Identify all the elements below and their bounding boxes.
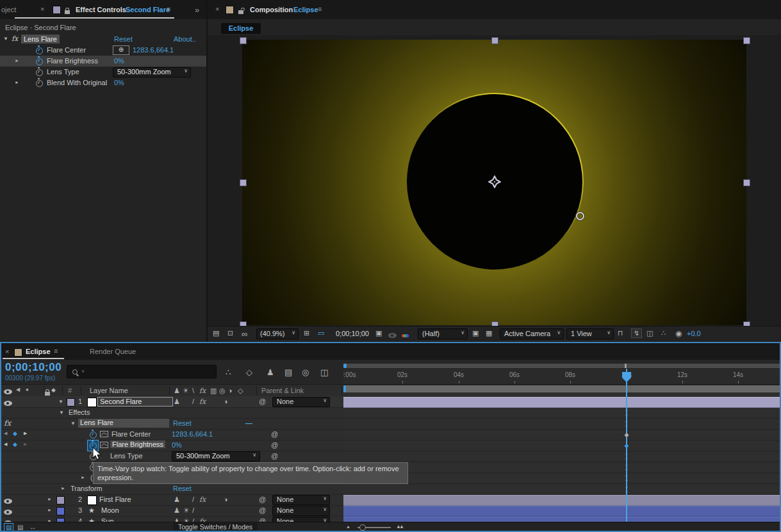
timeline-zoom-knob[interactable] <box>359 524 366 531</box>
effect-header-row[interactable]: ▼ fx Lens Flare Reset About.. <box>0 34 206 45</box>
quality-switch[interactable]: / <box>192 496 194 503</box>
unlock-icon[interactable] <box>238 10 243 14</box>
comp-timecode[interactable]: 0;00;10;00 <box>336 330 369 337</box>
pickwhip-icon[interactable]: @ <box>271 430 278 438</box>
stopwatch-icon[interactable] <box>36 69 43 76</box>
magnification-dropdown[interactable]: (40.9%) ∨ <box>256 328 299 339</box>
property-name[interactable]: Lens Type <box>110 452 143 460</box>
expand-triangle-icon[interactable]: ► <box>47 497 52 501</box>
timeline-track-area[interactable]: 0:00s 02s 04s 06s 08s 10s 12s 14s <box>343 364 781 522</box>
effect-name[interactable]: Lens Flare <box>21 35 60 44</box>
work-area-bar[interactable] <box>343 385 781 392</box>
stopwatch-icon[interactable] <box>36 80 43 87</box>
pickwhip-icon[interactable]: @ <box>259 496 266 503</box>
expand-triangle-icon[interactable]: ► <box>47 508 52 512</box>
lens-flare-effect-row[interactable]: fx ▼ Lens Flare Reset — <box>0 418 343 429</box>
composition-frame[interactable] <box>242 40 746 325</box>
effect-point-button[interactable]: ⊕ <box>113 45 129 55</box>
channel-icon[interactable] <box>402 331 407 339</box>
viewer-tab[interactable]: Eclipse <box>221 23 261 34</box>
anchor-point-icon[interactable] <box>488 175 501 188</box>
keyframe-flare-brightness[interactable]: ◆ <box>625 442 629 449</box>
layer-row-first-flare[interactable]: ► 2 First Flare ♟ / fx ◑ @ None ∨ <box>0 494 343 505</box>
effect-name[interactable]: Lens Flare <box>78 419 169 428</box>
layer-row-moon[interactable]: ► 3 ★ Moon ♟ ☀ / @ None ∨ <box>0 505 343 516</box>
about-link[interactable]: About.. <box>174 35 196 43</box>
panel-menu-icon[interactable]: ≡ <box>318 5 322 13</box>
expression-dash[interactable]: — <box>245 419 252 427</box>
zoom-in-mountain-icon[interactable]: ▲▲ <box>396 524 402 529</box>
layer-row-sun[interactable]: ► 4 ★ Sun ♟ ☀ / fx @ None ∨ <box>0 516 343 522</box>
property-value[interactable]: 0% <box>114 79 124 86</box>
property-label[interactable]: Flare Brightness <box>47 57 98 65</box>
panel-menu-icon[interactable]: ≡ <box>167 5 170 13</box>
snapshot-camera-icon[interactable]: ▣ <box>375 329 382 337</box>
layer-bar-first-flare[interactable] <box>343 495 781 506</box>
flare-brightness-prop-row[interactable]: ◀ ◆ ▶ Flare Brightness 0% @ <box>0 440 343 451</box>
parent-dropdown[interactable]: None ∨ <box>272 517 330 522</box>
fx-switch[interactable]: fx <box>199 517 206 522</box>
region-of-interest-icon[interactable]: ▭ <box>318 329 324 337</box>
lens-type-dropdown[interactable]: 50-300mm Zoom ∨ <box>113 67 191 77</box>
layer-bar-second-flare[interactable] <box>343 397 781 408</box>
scrollbar-cap[interactable] <box>343 364 347 368</box>
expand-triangle-icon[interactable]: ▼ <box>58 399 63 405</box>
target-region-icon[interactable]: ▣ <box>472 329 479 337</box>
show-snapshot-icon[interactable] <box>388 333 397 338</box>
collapse-triangle-icon[interactable]: ▼ <box>70 421 76 426</box>
tab-menu-icon[interactable]: ≡ <box>54 347 58 355</box>
pickwhip-icon[interactable]: @ <box>271 452 278 460</box>
next-keyframe-icon[interactable]: ▶ <box>24 431 27 436</box>
reset-link[interactable]: Reset <box>114 35 133 43</box>
quality-switch[interactable]: / <box>192 506 194 514</box>
shy-switch[interactable]: ♟ <box>174 398 180 406</box>
search-input[interactable]: ∨ <box>67 365 217 378</box>
expand-triangle-icon[interactable]: ► <box>15 80 19 85</box>
property-label[interactable]: Lens Type <box>47 68 79 76</box>
layer-name[interactable]: Sun <box>101 517 114 522</box>
panel-overflow-icon[interactable]: » <box>195 5 199 15</box>
transform-label[interactable]: Transform <box>70 485 103 492</box>
transparency-grid-icon[interactable]: ▦ <box>486 329 492 337</box>
flowchart-icon[interactable]: ∴ <box>661 329 666 337</box>
solid-swatch[interactable] <box>87 496 97 505</box>
expand-render-time-icon[interactable]: ▤ <box>17 524 23 531</box>
shy-switch[interactable]: ♟ <box>174 496 180 504</box>
pixel-aspect-icon[interactable]: ⊓ <box>618 329 623 337</box>
pickwhip-icon[interactable]: @ <box>271 441 278 449</box>
view-layout-dropdown[interactable]: 1 View ∨ <box>566 328 614 339</box>
collapse-switch[interactable]: ☀ <box>183 506 190 515</box>
layer-handle[interactable] <box>743 37 750 44</box>
fast-previews-icon[interactable]: ↯ <box>631 328 642 338</box>
next-keyframe-icon[interactable]: ▶ <box>24 442 27 447</box>
property-value[interactable]: 0% <box>114 57 124 65</box>
layer-handle[interactable] <box>743 321 750 326</box>
lens-type-dropdown[interactable]: 50-300mm Zoom ∨ <box>172 451 260 462</box>
effects-group-row[interactable]: ▼ Effects <box>0 407 343 418</box>
tab-render-queue[interactable]: Render Queue <box>90 348 136 355</box>
expand-triangle-icon[interactable]: ► <box>81 475 85 480</box>
reset-link[interactable]: Reset <box>173 485 192 492</box>
close-icon[interactable]: × <box>215 5 219 13</box>
pickwhip-icon[interactable]: @ <box>259 506 266 514</box>
layer-label-chip[interactable] <box>56 507 65 515</box>
property-name[interactable]: Flare Center <box>111 430 151 438</box>
fx-switch[interactable]: fx <box>199 496 206 504</box>
time-ruler[interactable]: 0:00s 02s 04s 06s 08s 10s 12s 14s <box>343 369 781 385</box>
parent-dropdown[interactable]: None ∨ <box>272 506 330 516</box>
frame-blending-icon[interactable]: ▤ <box>284 367 292 377</box>
layer-label-chip[interactable] <box>67 398 75 407</box>
layer-handle[interactable] <box>240 37 247 44</box>
flare-center-prop-row[interactable]: ◀ ◆ ▶ Flare Center 1283.6,664.1 @ <box>0 429 343 440</box>
effects-group-label[interactable]: Effects <box>69 408 90 416</box>
goggles-icon[interactable]: ∞ <box>242 329 247 339</box>
stopwatch-icon[interactable] <box>36 58 43 65</box>
layer-handle[interactable] <box>491 37 498 44</box>
solid-swatch[interactable] <box>87 398 97 407</box>
property-value[interactable]: 0% <box>172 441 182 449</box>
always-preview-icon[interactable]: ▤ <box>213 329 219 337</box>
exposure-shutter-icon[interactable]: ◉ <box>675 329 682 338</box>
visibility-eye-icon[interactable] <box>4 499 12 504</box>
property-name[interactable]: Flare Brightness <box>110 440 165 448</box>
work-area-start-handle[interactable] <box>343 385 346 392</box>
